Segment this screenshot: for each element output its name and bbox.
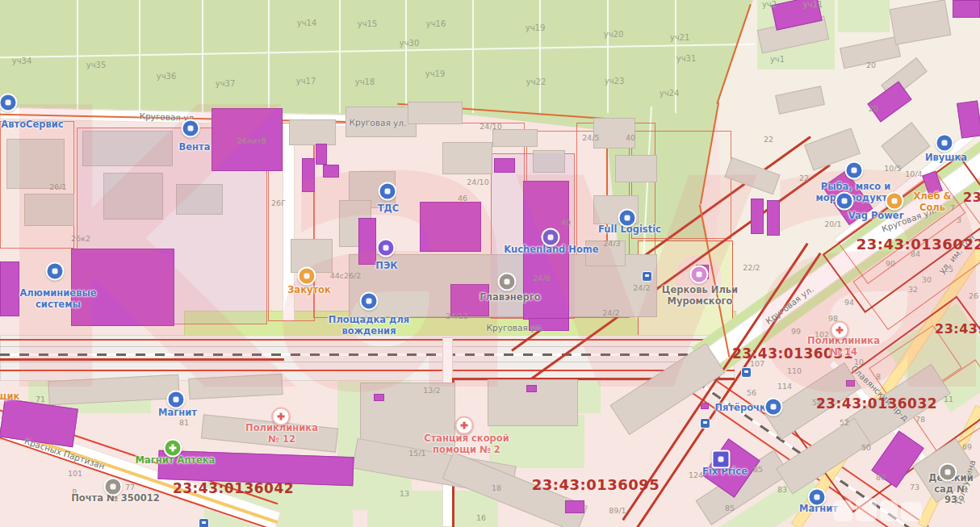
parcel-number-label: 26к2 bbox=[71, 234, 90, 243]
magnit-1-icon[interactable] bbox=[167, 391, 186, 409]
plot-label: уч20 bbox=[604, 30, 624, 40]
parcel-number-label: 24/2 bbox=[602, 308, 619, 317]
parcel-number-label: 40 bbox=[626, 133, 635, 142]
plot-label: уч22 bbox=[526, 77, 547, 87]
parcel-number-label: 20 bbox=[869, 104, 878, 113]
ambulance-cross-icon[interactable] bbox=[455, 416, 474, 435]
poi-alyuminievye-sistemy[interactable]: Алюминиевые системы bbox=[19, 288, 96, 310]
cadastral-partial-mid: 23:43:013 bbox=[935, 322, 980, 337]
pyaterochka-icon[interactable] bbox=[764, 398, 783, 416]
parcel-number-label: 114 bbox=[777, 382, 792, 391]
parcel-number-label: 84 bbox=[911, 249, 920, 258]
parcel-number-label: 24/10 bbox=[480, 122, 501, 131]
parcel-number-label: 71 bbox=[36, 395, 45, 404]
poi-vag-power[interactable]: Vag Power bbox=[848, 211, 904, 222]
poi-zakutok[interactable]: Закуток bbox=[287, 285, 331, 296]
poi-ryba-myaso-moreprodukty[interactable]: Рыба, мясо и морепродукты bbox=[815, 182, 895, 203]
parcel-number-label: 46 bbox=[458, 194, 467, 203]
plot-label: уч23 bbox=[605, 77, 625, 86]
poi-magnit-apteka[interactable]: Магнит Аптека bbox=[136, 455, 216, 466]
poi-tserkov-ilyi-muromskogo[interactable]: Церковь Ильи Муромского bbox=[662, 285, 738, 307]
poi-poliklinika-12[interactable]: Поликлиника № 12 bbox=[245, 423, 318, 445]
poi-hleb-sol[interactable]: Хлеб & Соль bbox=[909, 191, 957, 213]
parcel-number-label: 20/1 bbox=[824, 220, 841, 228]
kuchenland-icon[interactable] bbox=[542, 228, 560, 247]
parcel-number-label: 69 bbox=[962, 442, 972, 451]
parcel-number-label: 10 bbox=[854, 358, 864, 366]
church-icon[interactable] bbox=[690, 266, 709, 284]
vag-power-icon[interactable] bbox=[836, 192, 854, 211]
poi-tds[interactable]: ТДС bbox=[378, 203, 400, 215]
poi-ivushka[interactable]: Ивушка bbox=[925, 153, 967, 164]
clinic-14-cross-icon[interactable] bbox=[831, 321, 849, 340]
pharmacy-plus-icon[interactable] bbox=[164, 439, 182, 458]
car-service-icon[interactable] bbox=[0, 94, 18, 112]
plot-label: уч34 bbox=[12, 56, 32, 66]
parcel-number-label: 107 bbox=[750, 359, 764, 368]
poi-venta[interactable]: Вента bbox=[179, 142, 211, 153]
magnit-2-icon[interactable] bbox=[808, 488, 827, 507]
clinic-12-cross-icon[interactable] bbox=[272, 408, 291, 426]
poi-partial-shchik[interactable]: щик bbox=[0, 391, 19, 403]
map-labels-layer: уч30уч31уч14уч34уч35уч36уч37уч17уч15уч16… bbox=[0, 0, 980, 527]
parcel-number-label: 22 bbox=[799, 174, 809, 182]
parcel-number-label: 26/1 bbox=[49, 182, 66, 191]
poi-stantsiya-skoroy-pomoshchi-2[interactable]: Станция скорой помощи № 2 bbox=[424, 433, 509, 455]
factory-icon[interactable] bbox=[498, 273, 517, 291]
bakery-icon[interactable] bbox=[886, 192, 904, 211]
parcel-number-label: 52 bbox=[840, 418, 849, 427]
parcel-number-label: 24/12 bbox=[446, 312, 467, 320]
parcel-number-label: 40 bbox=[561, 218, 571, 227]
cadastral-23-43-0136095: 23:43:0136095 bbox=[532, 476, 660, 493]
pek-icon[interactable] bbox=[377, 239, 396, 257]
plot-label: уч31 bbox=[676, 54, 697, 64]
parcel-number-label: 101 bbox=[68, 469, 82, 478]
parcel-number-label: 8 bbox=[876, 372, 881, 381]
parcel-number-label: 99 bbox=[791, 327, 801, 336]
ivushka-icon[interactable] bbox=[936, 134, 954, 153]
post-office-icon[interactable] bbox=[104, 478, 123, 496]
parcel-number-label: 3 bbox=[957, 215, 961, 224]
parcel-number-label: 124 bbox=[689, 471, 703, 479]
parcel-number-label: 30 bbox=[922, 275, 932, 284]
cafe-icon[interactable] bbox=[298, 267, 316, 286]
poi-poliklinika-14[interactable]: Поликлиника № 14 bbox=[807, 336, 880, 358]
plot-label: уч17 bbox=[296, 77, 316, 86]
parcel-number-label: 54 bbox=[812, 398, 822, 407]
map-canvas[interactable]: Kava уч30уч31уч14уч34уч35уч36уч37уч17уч1… bbox=[0, 0, 980, 527]
street-label: Красных Партизан bbox=[23, 436, 107, 471]
plot-label: уч19 bbox=[425, 69, 446, 79]
parcel-number-label: 77 bbox=[125, 483, 135, 491]
plot-label: уч11 bbox=[803, 0, 823, 10]
plot-label: уч15 bbox=[358, 19, 378, 29]
plot-label: уч37 bbox=[216, 79, 236, 89]
fix-price-icon[interactable] bbox=[712, 450, 731, 469]
parcel-number-label: 16 bbox=[476, 513, 486, 522]
cadastral-partial-top: 23:43:013 bbox=[963, 190, 980, 206]
parcel-number-label: 85 bbox=[753, 465, 763, 474]
parcel-number-label: 44с26/2 bbox=[330, 271, 362, 280]
driving-range-icon[interactable] bbox=[360, 292, 379, 311]
parcel-number-label: 10/5 bbox=[884, 164, 901, 173]
poi-magnit-1[interactable]: Магнит bbox=[158, 408, 197, 419]
poi-ploshchadka-vozhdeniya[interactable]: Площадка для вождения bbox=[329, 315, 409, 337]
parcel-number-label: 10/4 bbox=[905, 169, 922, 178]
poi-glavenergo[interactable]: Главэнерго bbox=[480, 292, 541, 303]
alyuminievye-icon[interactable] bbox=[46, 262, 65, 281]
street-label: Круговая ул. bbox=[764, 284, 815, 327]
parcel-number-label: 24/8 bbox=[533, 274, 550, 282]
plot-label: уч30 bbox=[400, 39, 420, 48]
poi-avtoservis[interactable]: АвтоСервис bbox=[1, 119, 63, 131]
poi-pek[interactable]: ПЭК bbox=[375, 261, 397, 272]
parcel-number-label: 26 bbox=[969, 291, 978, 300]
parcel-number-label: 80 bbox=[876, 473, 886, 482]
full-logistic-icon[interactable] bbox=[618, 209, 637, 228]
kindergarten-icon[interactable] bbox=[939, 463, 957, 482]
parcel-number-label: 85 bbox=[725, 504, 735, 512]
parcel-number-label: 90 bbox=[886, 259, 895, 268]
tds-icon[interactable] bbox=[379, 182, 397, 201]
street-label: Круговая ул. bbox=[487, 323, 544, 333]
fish-shop-icon[interactable] bbox=[845, 161, 864, 180]
venta-icon[interactable] bbox=[182, 119, 200, 138]
parcel-number-label: 25 bbox=[944, 265, 953, 274]
